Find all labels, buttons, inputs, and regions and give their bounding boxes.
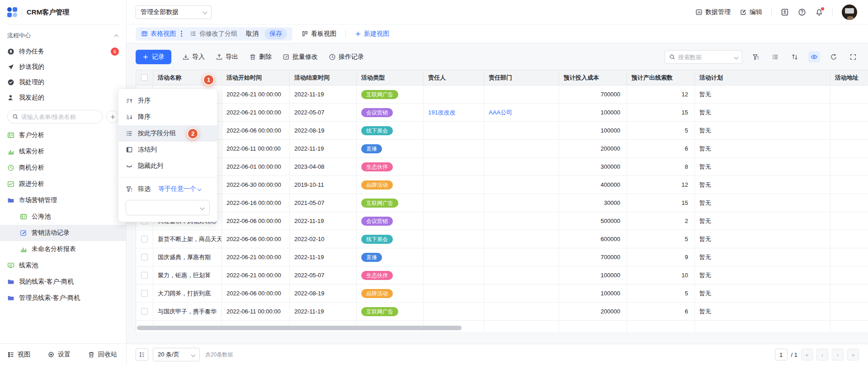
data-scope-select[interactable]: 管理全部数据 bbox=[136, 5, 212, 19]
add-record-button[interactable]: 记录 bbox=[136, 50, 171, 64]
table-row[interactable]: 2022-06-16 00:00:00 2021-05-07 互联网广告 300… bbox=[136, 194, 868, 212]
row-checkbox[interactable] bbox=[136, 266, 153, 284]
sidebar-section-process-center[interactable]: 流程中心 bbox=[0, 28, 126, 44]
sidebar-item-todo-tasks[interactable]: 待办任务 6 bbox=[0, 44, 126, 59]
sidebar-item-leads-pool[interactable]: 线索池 bbox=[0, 257, 126, 274]
form-search-input[interactable] bbox=[21, 114, 98, 120]
department-link[interactable]: AAA公司 bbox=[489, 109, 512, 117]
sidebar-item-admin-leads-customers-opportunities[interactable]: 管理员线索-客户-商机 bbox=[0, 290, 126, 306]
batch-edit-label: 批量修改 bbox=[292, 53, 318, 61]
column-header-activity-type[interactable]: 活动类型 bbox=[357, 70, 424, 85]
column-header-start-time[interactable]: 活动开始时间 bbox=[222, 70, 290, 85]
sidebar-item-followup-analysis[interactable]: 跟进分析 bbox=[0, 176, 126, 192]
cell-activity-type: 互联网广告 bbox=[357, 303, 424, 321]
column-header-department[interactable]: 责任部门 bbox=[484, 70, 559, 85]
table-search-box[interactable] bbox=[665, 50, 742, 64]
import-button[interactable]: 导入 bbox=[182, 53, 205, 61]
contacts-button[interactable] bbox=[781, 8, 789, 16]
form-search-box[interactable] bbox=[7, 110, 103, 123]
table-row[interactable]: 与国庆甲子，携手奏华 2022-06-11 00:00:00 2022-11-1… bbox=[136, 303, 868, 321]
menu-item-freeze-column[interactable]: 冻结列 bbox=[118, 142, 217, 158]
edit-button[interactable]: 编辑 bbox=[740, 8, 762, 16]
data-manage-button[interactable]: 数据管理 bbox=[695, 8, 731, 16]
row-checkbox[interactable] bbox=[136, 230, 153, 248]
row-checkbox[interactable] bbox=[136, 303, 153, 321]
menu-item-sort-descending[interactable]: 降序 bbox=[118, 109, 217, 125]
column-header-owner[interactable]: 责任人 bbox=[424, 70, 484, 85]
table-row[interactable]: 2022-06-21 00:00:00 2022-05-07 会议营销 191改… bbox=[136, 104, 868, 122]
table-row[interactable]: 新货不断上架，商品天天 2022-06-06 00:00:00 2022-02-… bbox=[136, 230, 868, 248]
prev-page-button[interactable]: ‹ bbox=[816, 349, 828, 360]
column-header-activity-address[interactable]: 活动地址 bbox=[830, 70, 868, 85]
table-row[interactable]: 2022-06-21 00:00:00 2022-11-19 互联网广告 700… bbox=[136, 85, 868, 104]
group-list-icon bbox=[126, 130, 133, 137]
sidebar-item-leads-analysis[interactable]: 线索分析 bbox=[0, 143, 126, 160]
footer-views-button[interactable]: 视图 bbox=[7, 351, 30, 359]
footer-settings-button[interactable]: 设置 bbox=[47, 351, 71, 359]
delete-button[interactable]: 删除 bbox=[249, 53, 272, 61]
owner-link[interactable]: 191改改改 bbox=[428, 109, 456, 117]
tab-kanban-view[interactable]: 看板视图 bbox=[302, 30, 336, 38]
row-checkbox[interactable] bbox=[136, 248, 153, 266]
batch-edit-button[interactable]: 批量修改 bbox=[283, 53, 318, 61]
operation-log-button[interactable]: 操作记录 bbox=[329, 53, 364, 61]
page-size-select[interactable]: 20 条/页 bbox=[153, 348, 200, 361]
row-height-button[interactable] bbox=[136, 348, 148, 361]
sidebar-item-cc-to-me[interactable]: 抄送我的 bbox=[0, 59, 126, 75]
sort-button[interactable] bbox=[789, 51, 801, 63]
column-header-activity-plan[interactable]: 活动计划 bbox=[695, 70, 830, 85]
menu-item-sort-ascending[interactable]: 升序 bbox=[118, 93, 217, 109]
user-avatar[interactable] bbox=[842, 5, 857, 20]
last-page-button[interactable]: » bbox=[847, 349, 859, 360]
horizontal-scrollbar[interactable] bbox=[137, 326, 462, 330]
filter-button[interactable] bbox=[750, 51, 762, 63]
sidebar-item-initiated-by-me[interactable]: 我发起的 bbox=[0, 90, 126, 105]
column-header-estimated-cost[interactable]: 预计投入成本 bbox=[559, 70, 627, 85]
first-page-button[interactable]: « bbox=[801, 349, 813, 360]
sidebar-item-my-leads-customers-opportunities[interactable]: 我的线索-客户-商机 bbox=[0, 274, 126, 290]
cell-activity-address bbox=[830, 212, 868, 230]
fullscreen-button[interactable] bbox=[847, 51, 859, 63]
tab-table-view[interactable]: 表格视图 bbox=[141, 30, 176, 38]
table-row[interactable]: 国庆盛典，厚惠有期 2022-06-21 00:00:00 2022-11-19… bbox=[136, 248, 868, 266]
table-row[interactable]: 大刀阔斧，打折到底 2022-06-06 00:00:00 2022-08-19… bbox=[136, 284, 868, 303]
visibility-button[interactable] bbox=[808, 51, 820, 63]
notifications-button[interactable] bbox=[815, 8, 823, 16]
table-grid-icon bbox=[141, 30, 148, 37]
filter-value-select[interactable] bbox=[126, 200, 210, 215]
sidebar-item-marketing-management[interactable]: 市场营销管理 bbox=[0, 192, 126, 209]
column-header-estimated-leads[interactable]: 预计产出线索数 bbox=[627, 70, 695, 85]
sidebar-item-handled-by-me[interactable]: 我处理的 bbox=[0, 75, 126, 90]
menu-item-hide-column[interactable]: 隐藏此列 bbox=[118, 158, 217, 174]
refresh-button[interactable] bbox=[828, 51, 840, 63]
cancel-button[interactable]: 取消 bbox=[246, 30, 259, 38]
next-page-button[interactable]: › bbox=[832, 349, 844, 360]
tab-more-menu-icon[interactable] bbox=[180, 31, 183, 37]
table-row[interactable]: 聚力，钜惠，巨划算 2022-06-21 00:00:00 2022-05-07… bbox=[136, 266, 868, 284]
filter-operator-select[interactable]: 等于任意一个 bbox=[158, 185, 201, 193]
export-button[interactable]: 导出 bbox=[216, 53, 238, 61]
help-button[interactable] bbox=[798, 8, 806, 16]
table-row[interactable]: 2022-06-01 00:00:00 2023-04-08 生态伙伴 3000… bbox=[136, 158, 868, 176]
table-search-input[interactable] bbox=[678, 54, 732, 61]
menu-item-group-by-field[interactable]: 按此字段分组 2 bbox=[118, 125, 217, 142]
add-form-button[interactable] bbox=[106, 110, 119, 123]
sidebar-item-opportunity-analysis[interactable]: 商机分析 bbox=[0, 160, 126, 176]
sidebar-item-unnamed-analysis-report[interactable]: 未命名分析报表 bbox=[0, 241, 126, 257]
current-page-box[interactable]: 1 bbox=[775, 349, 788, 360]
footer-recycle-bin-button[interactable]: 回收站 bbox=[88, 351, 117, 359]
sidebar-item-customer-analysis[interactable]: 客户分析 bbox=[0, 127, 126, 143]
table-row[interactable]: 火红金秋，购物好精彩 2022-06-06 00:00:00 2022-11-1… bbox=[136, 212, 868, 230]
sidebar-item-public-sea-pool[interactable]: 公海池 bbox=[0, 209, 126, 225]
save-button[interactable]: 保存 bbox=[264, 28, 287, 39]
cell-owner bbox=[424, 248, 484, 266]
select-all-checkbox[interactable] bbox=[136, 70, 153, 85]
column-header-end-time[interactable]: 活动结束时间 bbox=[290, 70, 357, 85]
table-row[interactable]: 2022-06-11 00:00:00 2022-11-19 直播 200000… bbox=[136, 140, 868, 158]
group-button[interactable] bbox=[769, 51, 781, 63]
new-view-button[interactable]: 新建视图 bbox=[355, 30, 389, 38]
row-checkbox[interactable] bbox=[136, 284, 153, 303]
table-row[interactable]: 2022-06-06 00:00:00 2022-08-19 线下展会 1000… bbox=[136, 122, 868, 140]
sidebar-item-marketing-activity-records[interactable]: 营销活动记录 bbox=[0, 225, 126, 241]
table-row[interactable]: 2022-06-30 00:00:00 2019-10-11 品牌活动 4000… bbox=[136, 176, 868, 194]
